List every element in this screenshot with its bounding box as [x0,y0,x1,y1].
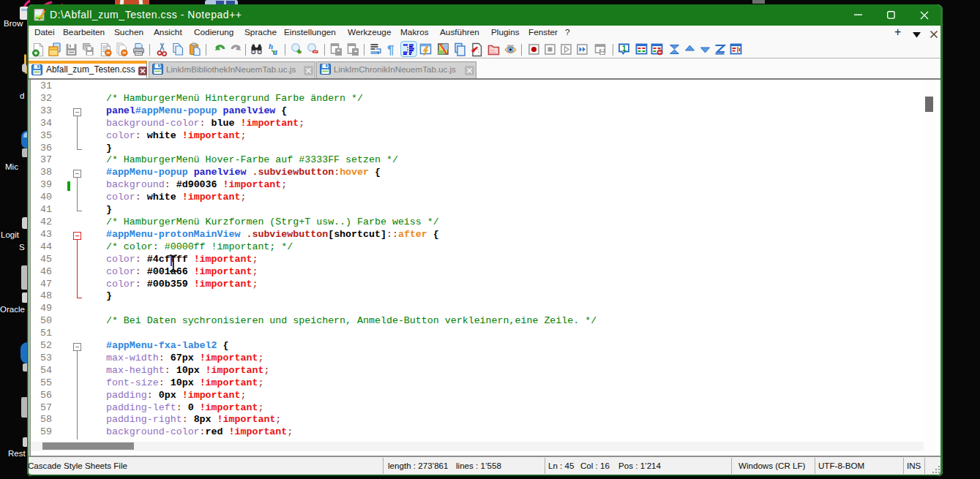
svg-text:1: 1 [622,45,626,53]
svg-text:¶: ¶ [387,43,394,57]
